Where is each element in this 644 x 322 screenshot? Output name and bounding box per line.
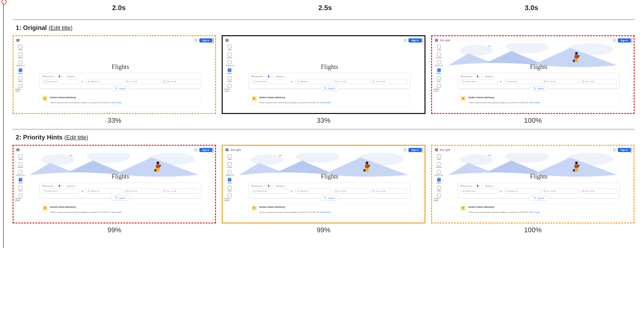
sidebar-item[interactable]: Flights	[227, 178, 232, 184]
sidebar-item[interactable]: Vacation rentals	[224, 194, 235, 201]
signin-button[interactable]: Sign in	[408, 38, 421, 42]
sidebar-item[interactable]: Travel	[227, 45, 232, 51]
sidebar-item[interactable]: Explore	[18, 162, 23, 168]
class-chip[interactable]: Economy	[67, 75, 77, 77]
trip-type-chip[interactable]: ⇄ Round trip	[42, 75, 56, 77]
sidebar-item[interactable]: Hotels	[18, 76, 23, 82]
sidebar-item[interactable]: Travel	[18, 45, 23, 51]
sidebar-item[interactable]: Travel	[227, 154, 232, 160]
class-chip[interactable]: Economy	[276, 185, 286, 187]
pax-chip[interactable]: 👤 1	[476, 75, 482, 77]
apps-icon[interactable]	[403, 148, 407, 151]
search-button[interactable]: 🔍 Search	[529, 195, 548, 201]
to-field[interactable]: Where to?	[504, 189, 541, 194]
swap-icon[interactable]: ⇄	[290, 189, 294, 194]
advisory-link[interactable]: More details	[111, 102, 121, 104]
from-field[interactable]: Where from?	[252, 189, 288, 194]
menu-icon[interactable]	[435, 149, 438, 151]
trip-type-chip[interactable]: ⇄ Round trip	[461, 75, 474, 77]
to-field[interactable]: Where to?	[86, 79, 122, 84]
from-field[interactable]: Where from?	[42, 79, 79, 84]
depart-field[interactable]: Fri, Oct 22	[542, 79, 579, 84]
sidebar-item[interactable]: Things to do	[435, 170, 443, 176]
sidebar-item[interactable]: Vacation rentals	[434, 194, 444, 201]
return-field[interactable]: Tue, Oct 26	[162, 79, 198, 84]
signin-button[interactable]: Sign in	[199, 148, 212, 152]
sidebar-item[interactable]: Explore	[436, 162, 441, 168]
trip-type-chip[interactable]: ⇄ Round trip	[42, 185, 56, 187]
sidebar-item[interactable]: Travel	[437, 45, 441, 51]
sidebar-item[interactable]: Vacation rentals	[15, 84, 26, 92]
edit-title-link[interactable]: Edit title	[49, 25, 73, 31]
sidebar-item[interactable]: Travel	[18, 154, 23, 160]
to-field[interactable]: Where to?	[295, 189, 332, 194]
return-field[interactable]: Tue, Oct 26	[162, 189, 198, 194]
screenshot-thumbnail[interactable]: Google Sign in TravelExploreThings to do…	[13, 35, 216, 114]
signin-button[interactable]: Sign in	[618, 38, 631, 42]
swap-icon[interactable]: ⇄	[80, 79, 85, 84]
from-field[interactable]: Where from?	[252, 79, 288, 84]
screenshot-thumbnail[interactable]: Google Sign in TravelExploreThings to do…	[222, 35, 425, 114]
pax-chip[interactable]: 👤 1	[267, 75, 273, 77]
depart-field[interactable]: Fri, Oct 22	[124, 189, 160, 194]
apps-icon[interactable]	[194, 148, 197, 151]
trip-type-chip[interactable]: ⇄ Round trip	[252, 75, 265, 77]
sidebar-item[interactable]: Flights	[436, 178, 441, 184]
sidebar-item[interactable]: Things to do	[435, 60, 443, 66]
screenshot-thumbnail[interactable]: Google Sign in TravelExploreThings to do…	[431, 145, 635, 223]
screenshot-thumbnail[interactable]: Google Sign in TravelExploreThings to do…	[431, 35, 635, 114]
sidebar-item[interactable]: Vacation rentals	[15, 194, 26, 201]
swap-icon[interactable]: ⇄	[499, 189, 503, 194]
return-field[interactable]: Tue, Oct 26	[580, 79, 617, 84]
search-button[interactable]: 🔍 Search	[111, 195, 130, 201]
menu-icon[interactable]	[225, 149, 229, 151]
screenshot-thumbnail[interactable]: Google Sign in TravelExploreThings to do…	[13, 145, 216, 223]
class-chip[interactable]: Economy	[485, 75, 495, 77]
class-chip[interactable]: Economy	[276, 75, 286, 77]
search-button[interactable]: 🔍 Search	[529, 86, 548, 91]
advisory-link[interactable]: More details	[320, 102, 331, 104]
apps-icon[interactable]	[613, 39, 616, 42]
sidebar-item[interactable]: Flights	[18, 68, 23, 74]
sidebar-item[interactable]: Flights	[436, 68, 441, 74]
return-field[interactable]: Tue, Oct 26	[371, 79, 407, 84]
signin-button[interactable]: Sign in	[199, 38, 212, 42]
to-field[interactable]: Where to?	[86, 189, 122, 194]
pax-chip[interactable]: 👤 1	[58, 185, 64, 187]
sidebar-item[interactable]: Hotels	[227, 186, 232, 192]
signin-button[interactable]: Sign in	[408, 148, 421, 152]
trip-type-chip[interactable]: ⇄ Round trip	[252, 185, 265, 187]
sidebar-item[interactable]: Hotels	[437, 76, 441, 82]
to-field[interactable]: Where to?	[295, 79, 332, 84]
to-field[interactable]: Where to?	[504, 79, 541, 84]
sidebar-item[interactable]: Vacation rentals	[434, 84, 444, 92]
sidebar-item[interactable]: Vacation rentals	[224, 84, 235, 92]
advisory-link[interactable]: More details	[530, 211, 540, 213]
pax-chip[interactable]: 👤 1	[476, 185, 482, 187]
return-field[interactable]: Tue, Oct 26	[580, 189, 617, 194]
swap-icon[interactable]: ⇄	[499, 79, 503, 84]
sidebar-item[interactable]: Hotels	[227, 76, 232, 82]
from-field[interactable]: Where from?	[42, 189, 79, 194]
sidebar-item[interactable]: Hotels	[18, 186, 23, 192]
search-button[interactable]: 🔍 Search	[320, 86, 339, 91]
pax-chip[interactable]: 👤 1	[267, 185, 273, 187]
search-button[interactable]: 🔍 Search	[111, 86, 130, 91]
search-button[interactable]: 🔍 Search	[320, 195, 339, 201]
sidebar-item[interactable]: Things to do	[225, 170, 234, 176]
screenshot-thumbnail[interactable]: Google Sign in TravelExploreThings to do…	[222, 145, 425, 223]
sidebar-item[interactable]: Explore	[227, 53, 232, 59]
class-chip[interactable]: Economy	[67, 185, 77, 187]
apps-icon[interactable]	[194, 39, 197, 42]
sidebar-item[interactable]: Flights	[18, 178, 23, 184]
apps-icon[interactable]	[403, 39, 407, 42]
from-field[interactable]: Where from?	[461, 79, 497, 84]
sidebar-item[interactable]: Things to do	[16, 170, 25, 176]
sidebar-item[interactable]: Flights	[227, 68, 232, 74]
apps-icon[interactable]	[613, 148, 616, 151]
trip-type-chip[interactable]: ⇄ Round trip	[461, 185, 474, 187]
depart-field[interactable]: Fri, Oct 22	[333, 189, 369, 194]
sidebar-item[interactable]: Explore	[18, 53, 23, 59]
menu-icon[interactable]	[16, 149, 19, 151]
advisory-link[interactable]: More details	[320, 211, 331, 213]
